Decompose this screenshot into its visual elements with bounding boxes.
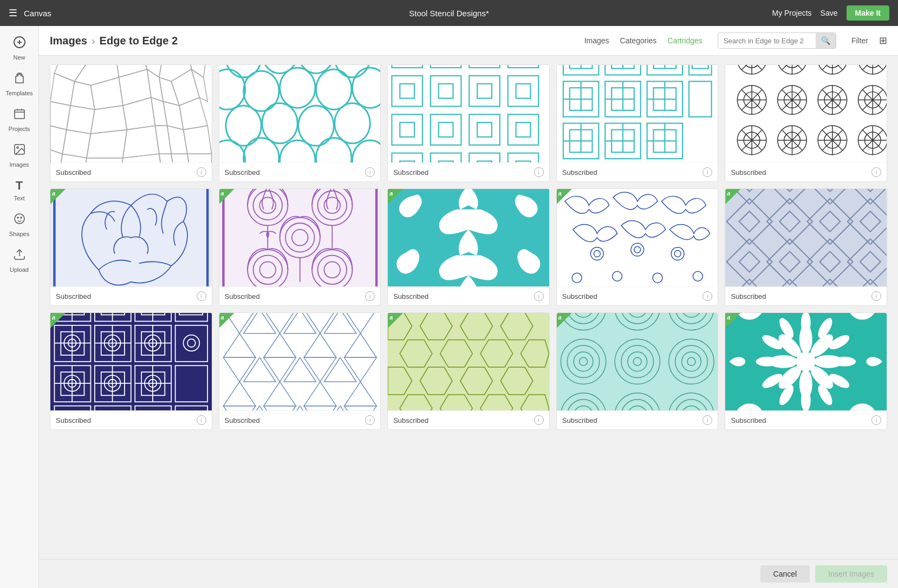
image-label-2-2: Subscribed i (219, 286, 381, 305)
info-icon-3-5[interactable]: i (871, 415, 881, 425)
image-label-1-2: Subscribed i (219, 162, 381, 181)
sidebar-item-text-label: Text (14, 195, 24, 201)
image-grid: Subscribed i (39, 56, 898, 559)
sidebar-item-text[interactable]: T Text (0, 173, 38, 207)
grid-row-2: a (50, 188, 887, 306)
header: ☰ Canvas Stool Stencil Designs* My Proje… (0, 0, 898, 26)
sidebar-item-upload[interactable]: Upload (0, 243, 38, 278)
svg-point-456 (756, 357, 779, 367)
label-text-1-4: Subscribed (562, 168, 597, 177)
project-title: Stool Stencil Designs* (409, 9, 489, 18)
sidebar-item-new[interactable]: New (0, 30, 38, 66)
info-icon-1-2[interactable]: i (365, 167, 375, 177)
nav-images[interactable]: Images (584, 36, 609, 45)
svg-rect-375 (388, 313, 549, 410)
info-icon-2-2[interactable]: i (365, 291, 375, 301)
info-icon-2-4[interactable]: i (702, 291, 712, 301)
info-icon-2-3[interactable]: i (534, 291, 544, 301)
search-button[interactable]: 🔍 (816, 33, 836, 48)
label-text-1-5: Subscribed (731, 168, 766, 177)
label-text-1-1: Subscribed (56, 168, 91, 177)
breadcrumb-bar: Images › Edge to Edge 2 Images Categorie… (39, 26, 898, 56)
info-icon-1-4[interactable]: i (702, 167, 712, 177)
image-card-2-1[interactable]: a (50, 188, 212, 306)
svg-rect-400 (557, 313, 718, 410)
image-card-1-1[interactable]: Subscribed i (50, 64, 212, 182)
info-icon-3-3[interactable]: i (534, 415, 544, 425)
cancel-button[interactable]: Cancel (760, 565, 810, 583)
info-icon-1-5[interactable]: i (871, 167, 881, 177)
svg-point-6 (15, 214, 24, 224)
image-card-1-5[interactable]: Subscribed i (725, 64, 887, 182)
sidebar: New Templates Projects Images T Text (0, 26, 39, 588)
breadcrumb-separator: › (92, 35, 95, 47)
label-text-2-1: Subscribed (56, 292, 91, 300)
image-card-3-1[interactable]: a (50, 312, 212, 430)
breadcrumb-nav: Images Categories Cartridges 🔍 Filter ⊞ (584, 32, 887, 49)
info-icon-1-1[interactable]: i (197, 167, 206, 177)
sidebar-item-projects[interactable]: Projects (0, 102, 38, 138)
filter-button[interactable]: Filter (851, 36, 868, 45)
image-card-2-5[interactable]: a (725, 188, 887, 306)
svg-point-450 (834, 357, 856, 367)
image-card-3-4[interactable]: a (556, 312, 719, 430)
grid-row-1: Subscribed i (50, 64, 887, 182)
sidebar-item-images[interactable]: Images (0, 138, 38, 173)
image-label-2-4: Subscribed i (557, 286, 718, 305)
image-card-2-3[interactable]: a (387, 188, 550, 306)
badge-letter-2-1: a (52, 190, 55, 197)
image-preview-2-2 (219, 189, 381, 286)
label-text-2-3: Subscribed (393, 292, 428, 300)
image-card-3-2[interactable]: a (219, 312, 381, 430)
info-icon-3-1[interactable]: i (197, 415, 206, 425)
info-icon-2-5[interactable]: i (871, 291, 881, 301)
image-label-1-5: Subscribed i (725, 162, 887, 181)
nav-categories[interactable]: Categories (620, 36, 657, 45)
sidebar-item-shapes[interactable]: Shapes (0, 207, 38, 243)
image-card-1-2[interactable]: Subscribed i (219, 64, 381, 182)
image-card-1-4[interactable]: Subscribed i (556, 64, 719, 182)
app-name: Canvas (24, 9, 772, 18)
insert-button[interactable]: Insert Images (815, 565, 887, 583)
image-card-2-4[interactable]: a (556, 188, 719, 306)
svg-rect-3 (15, 110, 24, 119)
svg-point-8 (21, 217, 22, 218)
image-card-3-3[interactable]: a (387, 312, 550, 430)
badge-letter-3-2: a (221, 314, 224, 321)
image-preview-3-2 (219, 313, 381, 410)
image-label-2-5: Subscribed i (725, 286, 887, 305)
grid-view-button[interactable]: ⊞ (879, 35, 887, 47)
breadcrumb-current: Edge to Edge 2 (100, 35, 178, 47)
badge-letter-3-1: a (52, 314, 55, 321)
image-preview-1-3 (388, 65, 549, 162)
menu-icon[interactable]: ☰ (9, 7, 17, 19)
save-button[interactable]: Save (821, 9, 838, 17)
image-preview-3-4 (557, 313, 718, 410)
image-card-1-3[interactable]: Subscribed i (387, 64, 550, 182)
grid-row-3: a (50, 312, 887, 430)
search-input[interactable] (718, 34, 816, 48)
sidebar-item-templates[interactable]: Templates (0, 66, 38, 102)
my-projects-link[interactable]: My Projects (772, 9, 811, 17)
label-text-2-4: Subscribed (562, 292, 597, 300)
image-label-3-2: Subscribed i (219, 410, 381, 429)
image-preview-3-3 (388, 313, 549, 410)
sidebar-item-templates-label: Templates (5, 90, 32, 96)
sidebar-item-projects-label: Projects (9, 126, 30, 132)
info-icon-2-1[interactable]: i (197, 291, 206, 301)
nav-cartridges[interactable]: Cartridges (667, 36, 702, 45)
label-text-3-5: Subscribed (731, 416, 766, 424)
info-icon-3-2[interactable]: i (365, 415, 375, 425)
make-it-button[interactable]: Make It (847, 5, 889, 21)
image-preview-1-4 (557, 65, 718, 162)
label-text-2-5: Subscribed (731, 292, 766, 300)
svg-rect-10 (50, 65, 212, 162)
image-label-2-3: Subscribed i (388, 286, 549, 305)
info-icon-3-4[interactable]: i (702, 415, 712, 425)
footer-bar: Cancel Insert Images (39, 559, 898, 588)
badge-letter-3-4: a (558, 314, 562, 321)
breadcrumb-root[interactable]: Images (50, 35, 87, 47)
image-card-3-5[interactable]: a (725, 312, 887, 430)
image-card-2-2[interactable]: a (219, 188, 381, 306)
info-icon-1-3[interactable]: i (534, 167, 544, 177)
